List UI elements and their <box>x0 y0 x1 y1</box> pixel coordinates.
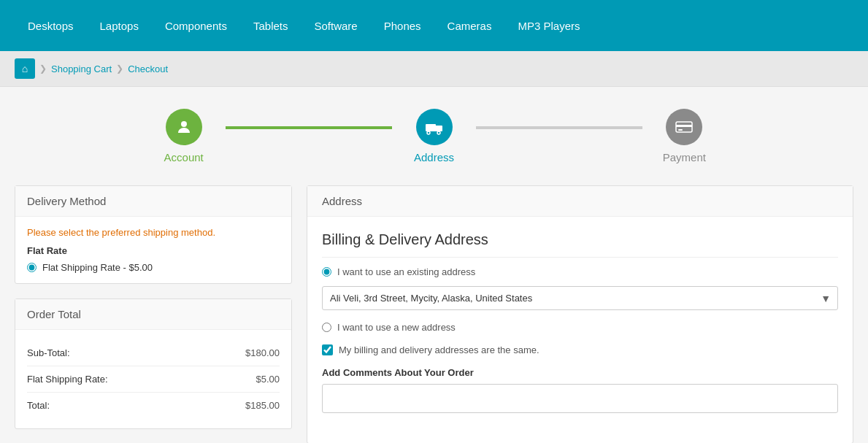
comments-input[interactable] <box>322 384 838 413</box>
order-total-title: Order Total <box>15 299 291 330</box>
shipping-value: $5.00 <box>204 366 280 393</box>
total-label: Total: <box>27 393 204 419</box>
subtotal-row: Sub-Total: $180.00 <box>27 340 280 366</box>
flat-rate-radio[interactable] <box>27 263 37 272</box>
nav-phones[interactable]: Phones <box>371 0 434 51</box>
step-account[interactable]: Account <box>142 109 226 163</box>
svg-rect-3 <box>434 126 442 131</box>
left-panel: Delivery Method Please select the prefer… <box>15 185 292 443</box>
step-address[interactable]: Address <box>392 109 475 163</box>
total-row: Total: $185.00 <box>27 393 280 419</box>
same-address-label: My billing and delivery addresses are th… <box>339 344 539 355</box>
breadcrumb-sep-1: ❯ <box>39 63 47 74</box>
breadcrumb-checkout: Checkout <box>128 63 168 74</box>
address-step-label: Address <box>414 151 454 163</box>
address-step-circle <box>416 109 453 145</box>
delivery-note: Please select the preferred shipping met… <box>27 227 280 238</box>
shipping-label: Flat Shipping Rate: <box>27 366 204 393</box>
address-panel: Address Billing & Delivery Address I wan… <box>307 185 853 443</box>
total-value: $185.00 <box>204 393 280 419</box>
main-content: Delivery Method Please select the prefer… <box>0 178 868 443</box>
new-address-label: I want to use a new address <box>337 322 456 333</box>
delivery-method-title: Delivery Method <box>15 186 291 217</box>
same-address-option[interactable]: My billing and delivery addresses are th… <box>322 344 838 355</box>
address-section-title: Address <box>307 186 853 217</box>
svg-point-4 <box>427 131 430 134</box>
nav-tablets[interactable]: Tablets <box>240 0 302 51</box>
delivery-method-body: Please select the preferred shipping met… <box>15 217 291 283</box>
nav-mp3-players[interactable]: MP3 Players <box>504 0 593 51</box>
address-body: Billing & Delivery Address I want to use… <box>307 217 853 428</box>
order-total-card: Order Total Sub-Total: $180.00 Flat Ship… <box>15 298 292 429</box>
step-line-1 <box>226 126 393 129</box>
flat-rate-text: Flat Shipping Rate - $5.00 <box>42 262 153 273</box>
payment-step-label: Payment <box>663 151 706 163</box>
step-line-2 <box>476 126 643 129</box>
nav-components[interactable]: Components <box>152 0 240 51</box>
order-total-body: Sub-Total: $180.00 Flat Shipping Rate: $… <box>15 330 291 428</box>
account-step-circle <box>166 109 202 145</box>
billing-delivery-title: Billing & Delivery Address <box>322 231 838 258</box>
existing-address-option[interactable]: I want to use an existing address <box>322 266 838 277</box>
svg-rect-8 <box>678 129 683 131</box>
breadcrumb-sep-2: ❯ <box>116 63 123 74</box>
breadcrumb-shopping-cart[interactable]: Shopping Cart <box>51 63 112 74</box>
delivery-method-card: Delivery Method Please select the prefer… <box>15 185 292 284</box>
svg-rect-7 <box>676 125 692 127</box>
address-select[interactable]: Ali Veli, 3rd Street, Mycity, Alaska, Un… <box>322 286 838 310</box>
flat-rate-option[interactable]: Flat Shipping Rate - $5.00 <box>27 262 280 273</box>
svg-point-5 <box>437 131 440 134</box>
existing-address-label: I want to use an existing address <box>337 266 475 277</box>
shipping-row: Flat Shipping Rate: $5.00 <box>27 366 280 393</box>
address-select-wrapper: Ali Veli, 3rd Street, Mycity, Alaska, Un… <box>322 286 838 310</box>
existing-address-radio[interactable] <box>322 267 331 277</box>
same-address-checkbox[interactable] <box>322 344 333 355</box>
svg-rect-2 <box>430 127 433 131</box>
breadcrumb: ⌂ ❯ Shopping Cart ❯ Checkout <box>0 51 868 87</box>
subtotal-label: Sub-Total: <box>27 340 204 366</box>
svg-point-0 <box>181 121 187 127</box>
order-total-table: Sub-Total: $180.00 Flat Shipping Rate: $… <box>27 340 280 418</box>
nav-desktops[interactable]: Desktops <box>15 0 87 51</box>
new-address-option[interactable]: I want to use a new address <box>322 322 838 333</box>
nav-software[interactable]: Software <box>302 0 371 51</box>
flat-rate-label: Flat Rate <box>27 245 280 256</box>
top-navigation: Desktops Laptops Components Tablets Soft… <box>0 0 868 51</box>
nav-cameras[interactable]: Cameras <box>434 0 505 51</box>
step-payment[interactable]: Payment <box>642 109 726 163</box>
checkout-steps: Account Address <box>0 87 868 178</box>
subtotal-value: $180.00 <box>204 340 280 366</box>
payment-step-circle <box>666 109 702 145</box>
nav-laptops[interactable]: Laptops <box>87 0 152 51</box>
account-step-label: Account <box>164 151 204 163</box>
new-address-radio[interactable] <box>322 323 331 332</box>
home-icon[interactable]: ⌂ <box>15 58 35 79</box>
comments-label: Add Comments About Your Order <box>322 367 838 378</box>
